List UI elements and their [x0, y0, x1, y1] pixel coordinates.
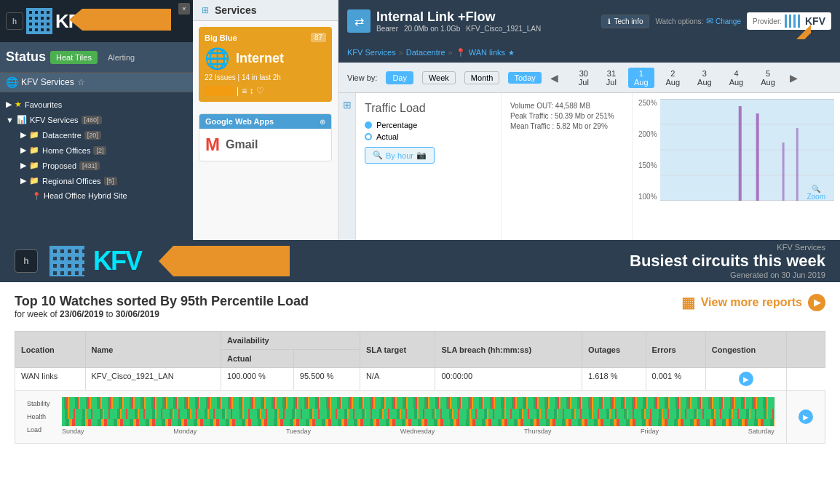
view-controls: View by: Day Week Month Today ◀ 30Jul 31… [338, 63, 840, 93]
tech-info-button[interactable]: ℹ Tech info [601, 15, 649, 28]
location-pin-icon: 📍 [32, 192, 41, 200]
td-mini-chart: Stability Health Load Sunday [15, 391, 787, 444]
regional-offices-badge: [5] [104, 177, 117, 185]
day-tuesday: Tuesday [286, 428, 311, 435]
chart-visual: 250% 200% 150% 100% [633, 93, 840, 240]
bottom-header: h KFV KFV Services Busiest circuits this… [0, 240, 840, 282]
bar-icons: ≡ ↕ ♡ [242, 86, 264, 96]
day-friday: Friday [641, 428, 659, 435]
date-3aug[interactable]: 3Aug [692, 69, 718, 87]
tree-regional-offices[interactable]: ▶ 📁 Regional Offices [5] [15, 173, 193, 188]
expand-arrow-right3: ▶ [20, 161, 26, 170]
camera-icon: 📷 [416, 151, 427, 160]
bottom-section: h KFV KFV Services Busiest circuits this… [0, 240, 840, 504]
breadcrumb-datacentre[interactable]: Datacentre [406, 48, 445, 57]
date-4aug[interactable]: 4Aug [724, 69, 750, 87]
tree-proposed[interactable]: ▶ 📁 Proposed [431] [15, 158, 193, 173]
chart-play-button[interactable]: ▶ [799, 409, 813, 424]
th-action [786, 332, 825, 368]
view-more-label: View more reports [701, 296, 802, 309]
link-title: Internal Link +Flow [376, 9, 541, 25]
chart-stats: Volume OUT: 44,588 MB Peak Traffic : 50.… [502, 93, 633, 240]
grid-icon: ▦ [681, 294, 695, 311]
chart-with-labels: Stability Health Load Sunday [27, 397, 774, 436]
gmail-label: Gmail [226, 138, 258, 151]
td-name: KFV_Cisco_1921_LAN [85, 368, 221, 391]
date-5aug[interactable]: 5Aug [755, 69, 781, 87]
date-30jul[interactable]: 30Jul [573, 69, 595, 87]
view-more-button[interactable]: ▦ View more reports ▶ [681, 294, 825, 311]
row-play-button[interactable]: ▶ [739, 372, 753, 386]
close-button[interactable]: × [178, 3, 190, 15]
big-blue-card[interactable]: Big Blue 87 🌐 Internet 22 Issues | 14 in… [199, 27, 332, 102]
services-panel: ⊞ Services Big Blue 87 🌐 Internet 22 Iss… [193, 0, 338, 240]
traffic-panel: Traffic Load Percentage Actual 🔍 By hour… [356, 93, 502, 240]
location-icon: 📍 [456, 48, 466, 57]
breadcrumb-star[interactable]: ★ [508, 49, 515, 57]
tree-favourites[interactable]: ▶ ★ Favourites [0, 97, 193, 112]
chart-canvas: 🔍 Zoom [660, 99, 834, 215]
change-label[interactable]: Change [716, 17, 741, 25]
heat-tiles-button[interactable]: Heat Tiles [50, 51, 98, 64]
bandwidth-label: 20.0Mb on 1.0Gb [404, 25, 460, 33]
label-100: 100% [638, 193, 657, 201]
date-1aug[interactable]: 1Aug [628, 68, 654, 88]
google-web-apps-card[interactable]: Google Web Apps ⊕ M Gmail [199, 113, 332, 161]
tree-kfv-services[interactable]: ▼ 📊 KFV Services [460] [0, 112, 193, 127]
date-31jul[interactable]: 31Jul [601, 69, 622, 87]
th-name: Name [85, 332, 221, 368]
radio-dot-filled [365, 121, 372, 129]
services-icon: 📊 [17, 115, 27, 124]
td-play[interactable]: ▶ [705, 368, 786, 391]
tree-datacentre[interactable]: ▶ 📁 Datacentre [20] [15, 127, 193, 143]
star-icon[interactable]: ☆ [77, 77, 85, 87]
watch-options-label: Watch options: [655, 17, 703, 25]
percentage-label: Percentage [376, 121, 417, 129]
link-meta-row: Bearer 20.0Mb on 1.0Gb KFV_Cisco_1921_LA… [376, 25, 541, 33]
health-bar [62, 409, 774, 419]
gmail-m-icon: M [205, 135, 220, 155]
zoom-button[interactable]: 🔍 Zoom [807, 185, 825, 201]
big-blue-count: 87 [311, 33, 326, 42]
month-button[interactable]: Month [464, 71, 500, 84]
by-hour-button[interactable]: 🔍 By hour 📷 [365, 147, 435, 164]
date-2aug[interactable]: 2Aug [660, 69, 686, 87]
nav-title: KFV Services [21, 77, 74, 87]
info-icon: ℹ [608, 17, 611, 25]
prev-date-button[interactable]: ◀ [550, 72, 558, 84]
week-button[interactable]: Week [422, 71, 456, 84]
report-title-group: Top 10 Watches sorted By 95th Percentile… [15, 294, 309, 319]
head-office-label: Head Office Hybrid Site [44, 191, 127, 200]
chart-day-labels: Sunday Monday Tuesday Wednesday Thursday… [62, 426, 774, 436]
health-label: Health [27, 413, 56, 420]
next-date-button[interactable]: ▶ [790, 72, 798, 84]
collapse-panel[interactable]: ⊞ [338, 93, 356, 240]
watch-options-group: Watch options: ✉ Change [655, 16, 741, 26]
radio-dot-empty [365, 133, 372, 140]
td-congestion: 0.001 % [646, 368, 705, 391]
td-outages: 00:00:00 [435, 368, 582, 391]
chart-container: Stability Health Load Sunday [21, 394, 780, 439]
breadcrumb-wan[interactable]: WAN links [469, 48, 505, 57]
internet-label: Internet [236, 51, 284, 66]
table-header-row: Location Name Availability SLA target SL… [15, 332, 825, 350]
alerting-button[interactable]: Alerting [102, 51, 140, 64]
services-header: ⊞ Services [193, 0, 338, 21]
view-by-label: View by: [347, 73, 377, 82]
percentage-radio[interactable]: Percentage [365, 121, 492, 129]
report-header: Top 10 Watches sorted By 95th Percentile… [15, 294, 825, 319]
breadcrumb-sep2: » [448, 48, 453, 57]
datacentre-label: Datacentre [42, 131, 82, 140]
day-saturday: Saturday [748, 428, 774, 435]
tree-home-offices-row: ▶ 📁 Home Offices [2] [0, 143, 193, 158]
folder-icon2: 📁 [29, 145, 39, 155]
breadcrumb-kfv[interactable]: KFV Services [347, 48, 396, 57]
radio-group: Percentage Actual [365, 121, 492, 141]
traffic-title: Traffic Load [365, 102, 492, 115]
actual-radio[interactable]: Actual [365, 132, 492, 141]
td-play2[interactable]: ▶ [786, 391, 825, 444]
tree-head-office[interactable]: 📍 Head Office Hybrid Site [26, 188, 193, 203]
tree-home-offices[interactable]: ▶ 📁 Home Offices [2] [15, 143, 193, 158]
day-button[interactable]: Day [386, 71, 413, 84]
chart-row-labels: Stability Health Load [27, 397, 56, 436]
